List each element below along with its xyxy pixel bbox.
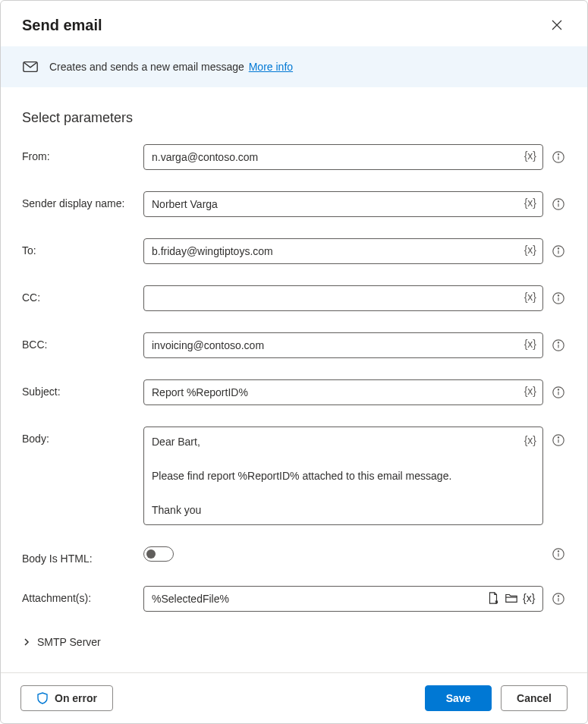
cancel-label: Cancel xyxy=(517,692,552,704)
on-error-button[interactable]: On error xyxy=(20,685,113,711)
info-icon xyxy=(552,197,565,211)
row-to: To: b.friday@wingtiptoys.com {x} xyxy=(22,238,566,264)
variable-picker-icon[interactable]: {x} xyxy=(524,197,536,209)
sender-name-value: Norbert Varga xyxy=(152,198,218,210)
dialog-header: Send email xyxy=(1,1,587,46)
dialog-footer: On error Save Cancel xyxy=(1,672,587,723)
sender-name-input[interactable]: Norbert Varga {x} xyxy=(143,191,543,217)
body-input[interactable]: Dear Bart, Please find report %ReportID%… xyxy=(143,427,543,525)
row-cc: CC: {x} xyxy=(22,285,566,311)
toggle-knob xyxy=(146,549,156,559)
save-label: Save xyxy=(446,692,471,704)
info-icon xyxy=(552,338,565,352)
attachments-label: Attachment(s): xyxy=(22,586,136,604)
row-body: Body: Dear Bart, Please find report %Rep… xyxy=(22,427,566,525)
save-button[interactable]: Save xyxy=(425,685,492,711)
svg-point-12 xyxy=(558,295,558,296)
svg-point-18 xyxy=(558,389,558,390)
attachments-input[interactable]: %SelectedFile% {x} xyxy=(143,586,543,612)
section-title: Select parameters xyxy=(22,110,566,126)
dialog-content: Select parameters From: n.varga@contoso.… xyxy=(1,87,587,672)
smtp-expander-label: SMTP Server xyxy=(37,636,101,648)
bcc-label: BCC: xyxy=(22,332,136,351)
svg-point-9 xyxy=(558,248,558,249)
more-info-link[interactable]: More info xyxy=(249,61,293,73)
row-body-html: Body Is HTML: xyxy=(22,546,566,565)
info-icon xyxy=(552,547,565,561)
select-folder-icon[interactable] xyxy=(505,591,518,605)
body-value: Dear Bart, Please find report %ReportID%… xyxy=(152,433,451,518)
cc-info[interactable] xyxy=(551,291,566,306)
bcc-value: invoicing@contoso.com xyxy=(152,339,264,351)
sender-name-info[interactable] xyxy=(551,197,566,212)
on-error-label: On error xyxy=(55,692,97,704)
cancel-button[interactable]: Cancel xyxy=(501,685,568,711)
body-label: Body: xyxy=(22,427,136,445)
to-value: b.friday@wingtiptoys.com xyxy=(152,245,273,257)
shield-icon xyxy=(36,692,49,704)
sender-name-label: Sender display name: xyxy=(22,191,136,209)
close-icon xyxy=(552,20,562,30)
info-icon xyxy=(552,150,565,164)
description-bar: Creates and sends a new email message Mo… xyxy=(1,46,587,87)
body-html-info[interactable] xyxy=(551,546,566,562)
row-from: From: n.varga@contoso.com {x} xyxy=(22,144,566,170)
variable-picker-icon[interactable]: {x} xyxy=(524,432,536,449)
smtp-server-expander[interactable]: SMTP Server xyxy=(22,633,566,663)
from-input[interactable]: n.varga@contoso.com {x} xyxy=(143,144,543,170)
mail-icon xyxy=(22,58,39,75)
subject-label: Subject: xyxy=(22,379,136,398)
to-info[interactable] xyxy=(551,244,566,259)
row-subject: Subject: Report %ReportID% {x} xyxy=(22,379,566,405)
row-attachments: Attachment(s): %SelectedFile% {x} xyxy=(22,586,566,612)
to-label: To: xyxy=(22,238,136,257)
description-text: Creates and sends a new email message xyxy=(49,61,244,73)
row-sender-name: Sender display name: Norbert Varga {x} xyxy=(22,191,566,217)
from-info[interactable] xyxy=(551,150,566,165)
svg-point-27 xyxy=(558,596,558,597)
info-icon xyxy=(552,433,565,447)
variable-picker-icon[interactable]: {x} xyxy=(524,150,536,162)
row-bcc: BCC: invoicing@contoso.com {x} xyxy=(22,332,566,358)
variable-picker-icon[interactable]: {x} xyxy=(524,338,536,350)
body-info[interactable] xyxy=(551,433,566,448)
bcc-info[interactable] xyxy=(551,338,566,353)
dialog-title: Send email xyxy=(22,17,102,34)
subject-value: Report %ReportID% xyxy=(152,386,248,398)
from-input-value: n.varga@contoso.com xyxy=(152,151,258,163)
svg-point-6 xyxy=(558,201,558,202)
svg-point-24 xyxy=(558,551,558,552)
to-input[interactable]: b.friday@wingtiptoys.com {x} xyxy=(143,238,543,264)
variable-picker-icon[interactable]: {x} xyxy=(523,591,536,605)
bcc-input[interactable]: invoicing@contoso.com {x} xyxy=(143,332,543,358)
attachments-info[interactable] xyxy=(551,591,566,606)
description-text-wrap: Creates and sends a new email message Mo… xyxy=(49,61,293,73)
variable-picker-icon[interactable]: {x} xyxy=(524,244,536,256)
send-email-dialog: Send email Creates and sends a new email… xyxy=(0,0,588,724)
attachments-value: %SelectedFile% xyxy=(152,593,229,605)
cc-label: CC: xyxy=(22,285,136,304)
svg-point-3 xyxy=(558,154,558,155)
info-icon xyxy=(552,386,565,399)
info-icon xyxy=(552,291,565,305)
info-icon xyxy=(552,244,565,258)
close-button[interactable] xyxy=(546,14,568,36)
variable-picker-icon[interactable]: {x} xyxy=(524,385,536,397)
from-label: From: xyxy=(22,144,136,162)
chevron-right-icon xyxy=(22,637,31,647)
select-file-icon[interactable] xyxy=(486,591,500,605)
body-html-toggle[interactable] xyxy=(143,546,174,562)
subject-input[interactable]: Report %ReportID% {x} xyxy=(143,379,543,405)
svg-point-15 xyxy=(558,342,558,343)
body-html-label: Body Is HTML: xyxy=(22,546,136,565)
info-icon xyxy=(552,592,565,606)
svg-point-21 xyxy=(558,437,558,438)
variable-picker-icon[interactable]: {x} xyxy=(524,291,536,303)
cc-input[interactable]: {x} xyxy=(143,285,543,311)
subject-info[interactable] xyxy=(551,385,566,400)
